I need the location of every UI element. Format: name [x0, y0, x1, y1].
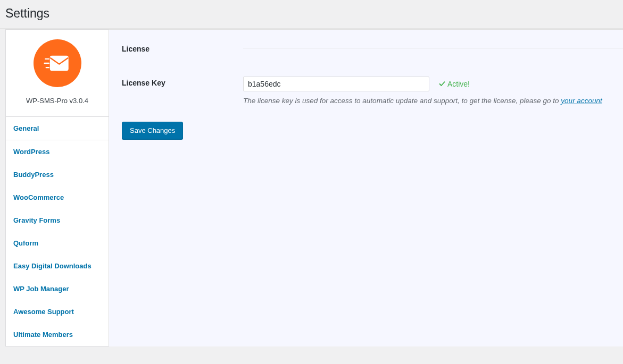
license-key-input[interactable] — [243, 77, 429, 91]
plugin-name: WP-SMS-Pro v3.0.4 — [11, 97, 103, 105]
license-section-label: License — [122, 43, 243, 53]
plugin-card: WP-SMS-Pro v3.0.4 — [5, 29, 109, 117]
settings-tabs: GeneralWordPressBuddyPressWooCommerceGra… — [5, 117, 109, 346]
section-divider — [243, 48, 623, 48]
license-help-prefix: The license key is used for access to au… — [243, 97, 561, 105]
check-icon — [439, 81, 445, 87]
save-changes-button[interactable]: Save Changes — [122, 122, 183, 139]
license-key-label: License Key — [122, 77, 243, 87]
tab-awesome-support[interactable]: Awesome Support — [6, 300, 109, 323]
sidebar: WP-SMS-Pro v3.0.4 GeneralWordPressBuddyP… — [5, 29, 109, 346]
tab-buddypress[interactable]: BuddyPress — [6, 163, 109, 186]
settings-wrap: WP-SMS-Pro v3.0.4 GeneralWordPressBuddyP… — [0, 29, 623, 346]
license-help-text: The license key is used for access to au… — [243, 97, 623, 105]
page-header: Settings — [0, 0, 623, 29]
tab-easy-digital-downloads[interactable]: Easy Digital Downloads — [6, 255, 109, 277]
page-title: Settings — [5, 6, 618, 21]
svg-rect-0 — [51, 56, 68, 70]
license-key-field: Active! The license key is used for acce… — [243, 77, 623, 105]
envelope-icon — [44, 49, 71, 77]
tab-wordpress[interactable]: WordPress — [6, 140, 109, 163]
tab-woocommerce[interactable]: WooCommerce — [6, 186, 109, 209]
tab-gravity-forms[interactable]: Gravity Forms — [6, 209, 109, 232]
license-status: Active! — [439, 80, 470, 88]
license-status-text: Active! — [447, 80, 470, 88]
your-account-link[interactable]: your account — [561, 97, 602, 105]
license-key-row: License Key Active! The license key is u… — [122, 77, 623, 105]
plugin-icon — [34, 39, 81, 87]
settings-content: License License Key Active! Th — [109, 29, 623, 346]
tab-general[interactable]: General — [6, 117, 109, 140]
tab-quform[interactable]: Quform — [6, 232, 109, 255]
license-section-divider-wrap — [243, 43, 623, 48]
tab-ultimate-members[interactable]: Ultimate Members — [6, 323, 109, 346]
license-section-row: License — [122, 43, 623, 53]
tab-wp-job-manager[interactable]: WP Job Manager — [6, 277, 109, 300]
actions-row: Save Changes — [122, 122, 623, 139]
